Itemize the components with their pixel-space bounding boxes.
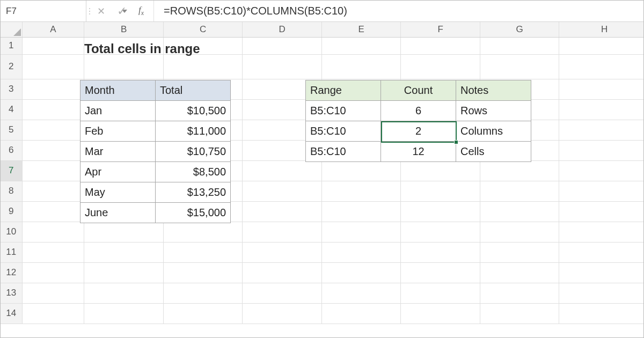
row-header-6[interactable]: 6 [1,140,22,160]
cell[interactable] [559,160,643,181]
cell-selection[interactable] [381,121,457,143]
cell[interactable] [559,99,643,120]
cell[interactable] [321,201,401,222]
cell[interactable] [22,37,84,54]
row-header-5[interactable]: 5 [1,120,22,140]
cell[interactable] [84,283,164,303]
cell[interactable] [559,262,643,283]
cell-month[interactable]: May [80,182,156,203]
cell[interactable] [22,140,84,160]
cell[interactable] [163,303,243,324]
cell[interactable] [559,242,643,262]
cell[interactable] [243,181,322,201]
cell-count[interactable]: 6 [381,101,456,121]
cell[interactable] [321,303,401,324]
row-header-7[interactable]: 7 [1,160,22,181]
cell[interactable] [243,283,322,303]
col-header-D[interactable]: D [243,22,322,37]
cell[interactable] [559,54,643,79]
cell[interactable] [243,160,322,181]
cell[interactable] [22,262,84,283]
cell[interactable] [559,303,643,324]
cell[interactable] [321,54,401,79]
cell[interactable] [22,99,84,120]
cell[interactable] [84,262,164,283]
cell[interactable] [401,283,480,303]
cell[interactable] [480,303,559,324]
cell[interactable] [321,222,401,242]
cell[interactable] [22,54,84,79]
cell-month[interactable]: Jan [80,101,156,121]
cell[interactable] [480,201,559,222]
col-header-F[interactable]: F [401,22,480,37]
cell[interactable] [401,242,480,262]
row-header-9[interactable]: 9 [1,201,22,222]
cell[interactable] [84,222,164,242]
cell[interactable] [163,54,243,79]
cell[interactable] [321,283,401,303]
row-header-10[interactable]: 10 [1,222,22,242]
cell[interactable] [22,283,84,303]
cell[interactable] [163,242,243,262]
cell-total[interactable]: $10,500 [156,101,231,121]
col-header-E[interactable]: E [321,22,401,37]
cell-range[interactable]: B5:C10 [306,121,381,142]
cell[interactable] [401,201,480,222]
cell[interactable] [321,262,401,283]
cancel-icon[interactable]: ✕ [97,6,105,16]
cell[interactable] [22,201,84,222]
cell[interactable] [559,37,643,54]
cell[interactable] [401,160,480,181]
row-header-13[interactable]: 13 [1,283,22,303]
cell[interactable] [559,79,643,99]
formula-input[interactable] [154,1,643,21]
cell[interactable] [559,201,643,222]
cell-month[interactable]: Mar [80,142,156,162]
col-header-G[interactable]: G [480,22,559,37]
cell[interactable] [163,222,243,242]
cell[interactable] [401,181,480,201]
cell[interactable] [22,120,84,140]
cell-total[interactable]: $15,000 [156,203,231,223]
cell[interactable] [480,181,559,201]
row-header-8[interactable]: 8 [1,181,22,201]
cell[interactable] [163,262,243,283]
cell[interactable] [321,181,401,201]
row-header-4[interactable]: 4 [1,99,22,120]
cell[interactable] [84,242,164,262]
cell[interactable] [480,283,559,303]
col-header-B[interactable]: B [84,22,164,37]
cell[interactable] [321,242,401,262]
cell[interactable] [22,242,84,262]
cell[interactable] [22,181,84,201]
row-header-11[interactable]: 11 [1,242,22,262]
cell[interactable] [401,54,480,79]
cell[interactable] [559,120,643,140]
cell-total[interactable]: $13,250 [156,182,231,203]
cell[interactable] [559,222,643,242]
cell-month[interactable]: June [80,203,156,223]
row-header-14[interactable]: 14 [1,303,22,324]
cell[interactable] [321,160,401,181]
cell[interactable] [401,222,480,242]
cell[interactable] [401,37,480,54]
cell[interactable] [243,54,322,79]
cell-total[interactable]: $11,000 [156,121,231,142]
cell[interactable] [480,222,559,242]
cell-month[interactable]: Feb [80,121,156,142]
cell-range[interactable]: B5:C10 [306,101,381,121]
cell[interactable] [163,283,243,303]
cell-range[interactable]: B5:C10 [306,142,381,162]
row-header-2[interactable]: 2 [1,54,22,79]
cell[interactable] [243,242,322,262]
cell[interactable] [480,160,559,181]
select-all-corner[interactable] [1,22,22,37]
cell[interactable] [243,201,322,222]
cell[interactable] [22,222,84,242]
cell[interactable] [321,37,401,54]
col-header-C[interactable]: C [163,22,243,37]
enter-icon[interactable]: ✓ [117,4,127,18]
cell[interactable] [243,303,322,324]
cell[interactable] [480,54,559,79]
cell-notes[interactable]: Columns [456,121,531,142]
